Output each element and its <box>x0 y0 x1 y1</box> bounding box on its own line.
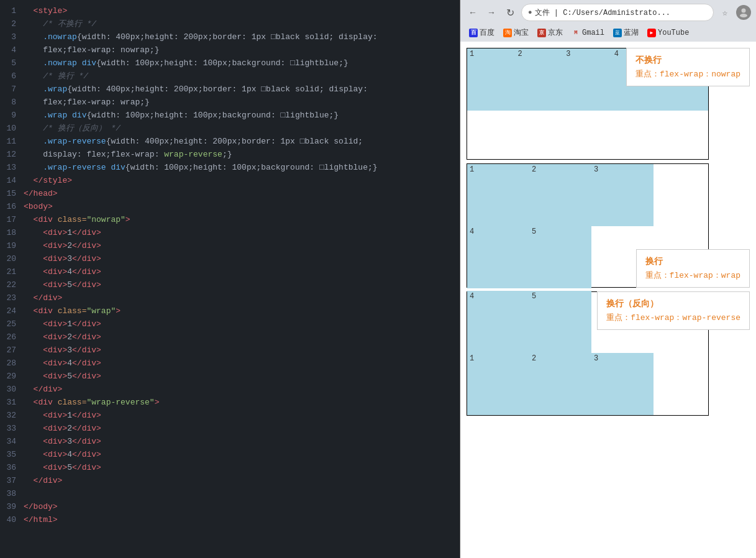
line-content: </body> <box>24 501 460 514</box>
code-line: 34 <div>3</div> <box>0 436 460 449</box>
line-number: 22 <box>0 279 24 292</box>
line-content: <div>3</div> <box>24 253 460 266</box>
bookmark-jd[interactable]: 京 京东 <box>534 26 567 39</box>
line-content: flex;flex-wrap: wrap;} <box>24 96 460 109</box>
bookmark-lanhui[interactable]: 蓝 蓝湖 <box>609 26 642 39</box>
baidu-label: 百度 <box>480 27 494 38</box>
code-line: 29 <div>5</div> <box>0 370 460 383</box>
youtube-icon: ▶ <box>647 29 656 37</box>
wrap-reverse-desc: 重点：flex-wrap：wrap-reverse <box>606 312 740 323</box>
code-line: 5 .nowrap div{width: 100px;height: 100px… <box>0 57 460 70</box>
browser-chrome: ← → ↻ ● 文件 | C:/Users/Administrato... ☆ … <box>460 0 756 42</box>
line-number: 26 <box>0 331 24 344</box>
line-content: <div>1</div> <box>24 227 460 240</box>
browser-viewport: 1 2 3 4 5 不换行 重点：flex-wrap：nowrap 1 2 3 … <box>460 42 756 558</box>
line-number: 35 <box>0 449 24 462</box>
line-number: 14 <box>0 175 24 188</box>
line-content: /* 换行（反向） */ <box>24 122 460 135</box>
gmail-icon: M <box>572 29 580 37</box>
code-line: 13 .wrap-reverse div{width: 100px;height… <box>0 162 460 175</box>
code-line: 19 <div>2</div> <box>0 240 460 253</box>
svg-point-1 <box>740 14 747 17</box>
back-button[interactable]: ← <box>465 5 480 20</box>
line-content <box>24 488 460 501</box>
code-line: 7 .wrap{width: 400px;height: 200px;borde… <box>0 83 460 96</box>
jd-label: 京东 <box>548 27 563 38</box>
line-content: <div class="wrap"> <box>24 305 460 318</box>
wrap-reverse-item-2: 2 <box>529 353 591 415</box>
line-number: 8 <box>0 96 24 109</box>
nowrap-item-1: 1 <box>467 48 516 111</box>
code-line: 4 flex;flex-wrap: nowrap;} <box>0 44 460 57</box>
line-content: <div>2</div> <box>24 423 460 436</box>
taobao-icon: 淘 <box>503 29 512 37</box>
nowrap-description: 不换行 重点：flex-wrap：nowrap <box>626 48 750 86</box>
line-content: /* 不换行 */ <box>24 18 460 31</box>
code-line: 25 <div>1</div> <box>0 318 460 331</box>
wrap-item-4: 4 <box>467 226 529 288</box>
code-line: 6 /* 换行 */ <box>0 70 460 83</box>
code-line: 20 <div>3</div> <box>0 253 460 266</box>
code-line: 39</body> <box>0 501 460 514</box>
line-number: 37 <box>0 475 24 488</box>
line-content: <div>2</div> <box>24 240 460 253</box>
lock-icon: ● <box>528 9 532 16</box>
code-line: 8 flex;flex-wrap: wrap;} <box>0 96 460 109</box>
code-line: 31 <div class="wrap-reverse"> <box>0 396 460 409</box>
code-line: 2 /* 不换行 */ <box>0 18 460 31</box>
wrap-desc: 重点：flex-wrap：wrap <box>645 270 740 281</box>
code-line: 35 <div>4</div> <box>0 449 460 462</box>
line-number: 36 <box>0 462 24 475</box>
bookmark-baidu[interactable]: 百 百度 <box>465 26 498 39</box>
line-content: .nowrap{width: 400px;height: 200px;borde… <box>24 31 460 44</box>
line-number: 34 <box>0 436 24 449</box>
youtube-label: YouTube <box>658 29 689 37</box>
line-number: 15 <box>0 188 24 201</box>
browser-panel: ← → ↻ ● 文件 | C:/Users/Administrato... ☆ … <box>460 0 756 558</box>
code-line: 21 <div>4</div> <box>0 266 460 279</box>
line-number: 38 <box>0 488 24 501</box>
code-line: 17 <div class="nowrap"> <box>0 214 460 227</box>
wrap-reverse-description: 换行（反向） 重点：flex-wrap：wrap-reverse <box>597 291 750 330</box>
line-content: <div class="wrap-reverse"> <box>24 396 460 409</box>
code-line: 23 </div> <box>0 292 460 305</box>
star-icon[interactable]: ☆ <box>717 5 732 20</box>
bookmark-taobao[interactable]: 淘 淘宝 <box>499 26 532 39</box>
line-content: <div>5</div> <box>24 279 460 292</box>
address-bar[interactable]: ● 文件 | C:/Users/Administrato... <box>521 4 714 21</box>
wrap-reverse-item-4: 4 <box>467 291 529 353</box>
line-content: <div>1</div> <box>24 409 460 423</box>
line-number: 11 <box>0 135 24 149</box>
line-content: /* 换行 */ <box>24 70 460 83</box>
line-content: <div>4</div> <box>24 449 460 462</box>
code-line: 37 </div> <box>0 475 460 488</box>
line-number: 23 <box>0 292 24 305</box>
line-number: 31 <box>0 396 24 409</box>
address-text: 文件 | C:/Users/Administrato... <box>535 7 670 18</box>
code-line: 22 <div>5</div> <box>0 279 460 292</box>
forward-button[interactable]: → <box>484 5 499 20</box>
code-line: 1 <style> <box>0 5 460 18</box>
code-line: 30 </div> <box>0 383 460 396</box>
line-content: </div> <box>24 383 460 396</box>
line-content: .wrap-reverse{width: 400px;height: 200px… <box>24 135 460 149</box>
line-number: 30 <box>0 383 24 396</box>
line-number: 39 <box>0 501 24 514</box>
line-content: <div>2</div> <box>24 331 460 344</box>
wrap-title: 换行 <box>645 256 740 267</box>
line-number: 40 <box>0 514 24 527</box>
bookmark-gmail[interactable]: M Gmail <box>568 27 608 39</box>
code-line: 10 /* 换行（反向） */ <box>0 122 460 135</box>
line-number: 3 <box>0 31 24 44</box>
code-line: 9 .wrap div{width: 100px;height: 100px;b… <box>0 109 460 122</box>
refresh-button[interactable]: ↻ <box>503 5 517 20</box>
profile-button[interactable] <box>736 5 751 20</box>
wrap-reverse-item-1: 1 <box>467 353 529 415</box>
svg-point-0 <box>742 9 746 13</box>
bookmark-youtube[interactable]: ▶ YouTube <box>644 27 693 39</box>
wrap-item-1: 1 <box>467 164 529 226</box>
line-content: .nowrap div{width: 100px;height: 100px;b… <box>24 57 460 70</box>
line-content: </style> <box>24 175 460 188</box>
nowrap-desc: 重点：flex-wrap：nowrap <box>635 68 740 80</box>
line-number: 2 <box>0 18 24 31</box>
